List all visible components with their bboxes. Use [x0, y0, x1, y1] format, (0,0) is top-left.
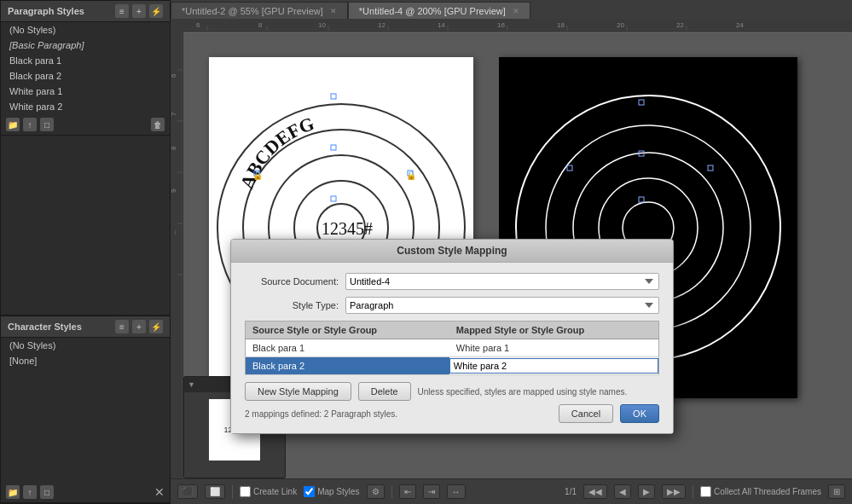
- page-info: 1/1: [565, 487, 577, 496]
- prev-btn[interactable]: ◀: [614, 484, 631, 499]
- grid-btn[interactable]: ⊞: [828, 484, 845, 499]
- para-style-white2[interactable]: White para 2: [1, 99, 170, 114]
- svg-text:🔒: 🔒: [252, 170, 264, 181]
- ok-btn[interactable]: OK: [620, 404, 659, 423]
- svg-text:12345#: 12345#: [322, 219, 373, 238]
- svg-text:18: 18: [557, 21, 565, 29]
- ruler-vertical: 6 7 8 9 ...: [171, 19, 183, 504]
- char-styles-settings-btn[interactable]: ⚡: [149, 320, 163, 333]
- mapping-row-1[interactable]: Black para 1 White para 1: [246, 339, 659, 357]
- svg-text:...: ...: [171, 229, 177, 235]
- char-style-no-styles[interactable]: (No Styles): [1, 338, 170, 353]
- character-styles-toolbar: 📁 ↑ □ ✕: [1, 482, 170, 503]
- char-new-group-btn[interactable]: 📁: [6, 485, 20, 499]
- char-load-btn[interactable]: ↑: [23, 485, 37, 499]
- para-style-black1[interactable]: Black para 1: [1, 53, 170, 68]
- para-style-basic[interactable]: [Basic Paragraph]: [1, 38, 170, 53]
- mapping-source-1: Black para 1: [246, 339, 449, 357]
- mapped-col-header: Mapped Style or Style Group: [449, 322, 659, 339]
- cancel-btn[interactable]: Cancel: [559, 404, 613, 423]
- collect-input[interactable]: [700, 486, 711, 497]
- ruler-horizontal: 6 8 10 12 14 16 18 20 22 24: [183, 19, 852, 32]
- source-doc-label: Source Document:: [245, 276, 339, 287]
- paragraph-styles-panel: Paragraph Styles ≡ + ⚡ (No Styles) [Basi…: [0, 0, 171, 316]
- svg-text:6: 6: [171, 73, 177, 78]
- settings-btn[interactable]: ⚙: [367, 484, 385, 499]
- para-new-group-btn[interactable]: 📁: [6, 118, 20, 131]
- create-link-input[interactable]: [240, 486, 251, 497]
- svg-text:22: 22: [676, 21, 684, 29]
- collect-checkbox[interactable]: Collect All Threaded Frames: [700, 486, 821, 497]
- toolbar-divider-3: [693, 485, 693, 499]
- source-doc-select[interactable]: Untitled-4: [345, 273, 659, 290]
- svg-text:14: 14: [438, 21, 445, 29]
- tab-untitled4[interactable]: *Untitled-4 @ 200% [GPU Preview] ✕: [348, 2, 530, 19]
- para-style-black2[interactable]: Black para 2: [1, 68, 170, 84]
- align-center-btn[interactable]: ↔: [447, 484, 466, 499]
- tab-untitled4-close[interactable]: ✕: [513, 7, 519, 15]
- tab-untitled2-close[interactable]: ✕: [330, 7, 337, 15]
- toolbar-divider-1: [232, 485, 233, 499]
- mapping-mapped-1: White para 1: [449, 339, 659, 357]
- dialog-hint: Unless specified, styles are mapped usin…: [418, 387, 659, 397]
- character-styles-title: Character Styles: [8, 322, 82, 332]
- prev-page-btn[interactable]: ◀◀: [583, 484, 607, 499]
- bottom-toolbar: ⬛ ⬜ Create Link Map Styles ⚙ ⇤ ⇥ ↔ 1/1 ◀…: [171, 478, 852, 504]
- create-link-label: Create Link: [253, 487, 297, 496]
- char-save-btn[interactable]: □: [40, 485, 54, 499]
- custom-style-mapping-dialog: Custom Style Mapping Source Document: Un…: [230, 239, 674, 434]
- para-style-white1[interactable]: White para 1: [1, 84, 170, 99]
- mapping-table: Source Style or Style Group Mapped Style…: [245, 321, 659, 375]
- svg-text:12: 12: [378, 21, 385, 29]
- svg-text:16: 16: [497, 21, 505, 29]
- create-link-checkbox[interactable]: Create Link: [240, 486, 297, 497]
- tab-untitled2[interactable]: *Untitled-2 @ 55% [GPU Preview] ✕: [171, 2, 348, 19]
- next-btn[interactable]: ▶: [638, 484, 655, 499]
- mapping-table-header-row: Source Style or Style Group Mapped Style…: [246, 322, 659, 339]
- align-left-btn[interactable]: ⇤: [399, 484, 416, 499]
- dialog-footer-text: 2 mappings defined: 2 Paragraph styles.: [245, 409, 397, 419]
- style-type-label: Style Type:: [245, 300, 339, 310]
- tab-bar: *Untitled-2 @ 55% [GPU Preview] ✕ *Untit…: [171, 0, 852, 19]
- place2-btn[interactable]: ⬜: [205, 484, 225, 499]
- paragraph-styles-new-btn[interactable]: ≡: [115, 4, 129, 18]
- new-style-mapping-btn[interactable]: New Style Mapping: [245, 382, 351, 401]
- mapping-row-2[interactable]: Black para 2: [246, 357, 659, 375]
- dialog-body: Source Document: Untitled-4 Style Type: …: [231, 263, 673, 433]
- char-styles-add-btn[interactable]: +: [132, 320, 146, 333]
- place-btn[interactable]: ⬛: [177, 484, 198, 499]
- align-right-btn[interactable]: ⇥: [423, 484, 440, 499]
- paragraph-styles-add-btn[interactable]: +: [132, 4, 146, 18]
- paragraph-styles-toolbar: 📁 ↑ □ 🗑: [1, 114, 170, 136]
- paragraph-styles-settings-btn[interactable]: ⚡: [149, 4, 163, 18]
- char-close-btn[interactable]: ✕: [154, 485, 165, 499]
- character-styles-panel: Character Styles ≡ + ⚡ (No Styles) [None…: [0, 316, 171, 504]
- source-col-header: Source Style or Style Group: [246, 322, 449, 339]
- mini-preview-icon: ▼: [188, 380, 195, 389]
- map-styles-input[interactable]: [304, 486, 315, 497]
- svg-text:10: 10: [318, 21, 326, 29]
- delete-mapping-btn[interactable]: Delete: [358, 382, 411, 401]
- para-load-btn[interactable]: ↑: [23, 118, 37, 131]
- svg-text:8: 8: [171, 146, 177, 150]
- mapping-mapped-2-cell: [449, 357, 659, 375]
- mapping-mapped-2-input[interactable]: [449, 358, 658, 374]
- svg-text:7: 7: [171, 112, 177, 116]
- para-save-btn[interactable]: □: [40, 118, 54, 131]
- style-type-select[interactable]: Paragraph: [345, 297, 659, 314]
- char-style-none[interactable]: [None]: [1, 353, 170, 368]
- dialog-title: Custom Style Mapping: [231, 240, 673, 263]
- next-last-btn[interactable]: ▶▶: [662, 484, 686, 499]
- character-styles-header: Character Styles ≡ + ⚡: [1, 316, 170, 338]
- ruler-corner: [171, 19, 183, 32]
- para-delete-btn[interactable]: 🗑: [151, 118, 165, 131]
- source-doc-row: Source Document: Untitled-4: [245, 273, 659, 290]
- paragraph-styles-header: Paragraph Styles ≡ + ⚡: [1, 1, 170, 22]
- dialog-action-btns: Cancel OK: [559, 404, 659, 423]
- tab-untitled4-label: *Untitled-4 @ 200% [GPU Preview]: [359, 6, 506, 16]
- tab-untitled2-label: *Untitled-2 @ 55% [GPU Preview]: [182, 6, 323, 16]
- para-style-no-styles[interactable]: (No Styles): [1, 22, 170, 38]
- map-styles-checkbox[interactable]: Map Styles: [304, 486, 359, 497]
- toolbar-divider-2: [391, 485, 392, 499]
- char-styles-new-btn[interactable]: ≡: [115, 320, 129, 333]
